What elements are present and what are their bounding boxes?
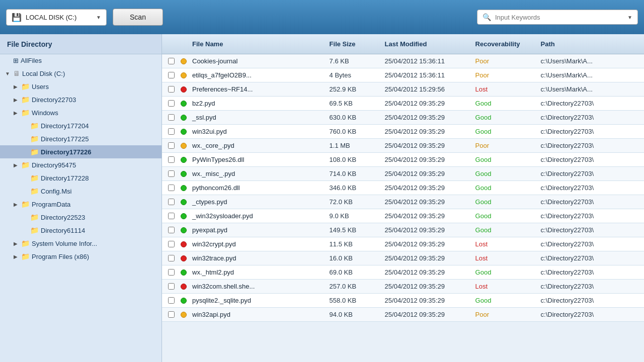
row-filesize: 714.0 KB [327, 170, 382, 177]
status-dot [181, 255, 187, 261]
checkbox-15[interactable] [168, 269, 175, 276]
sidebar-item-dir22523[interactable]: 📁Directory22523 [0, 211, 162, 224]
checkbox-16[interactable] [168, 283, 175, 290]
expand-icon-windows[interactable]: ▶ [12, 110, 19, 116]
row-path: c:\Directory22703\ [538, 128, 642, 135]
row-recovery: Poor [472, 57, 538, 65]
checkbox-5[interactable] [168, 128, 175, 135]
checkbox-7[interactable] [168, 156, 175, 163]
checkbox-0[interactable] [168, 58, 175, 64]
status-dot-container [178, 157, 189, 163]
sidebar-item-dir177228[interactable]: 📁Directory177228 [0, 171, 162, 185]
row-recovery: Good [472, 268, 538, 276]
spacer-dir177228 [21, 175, 28, 181]
sidebar-item-dir22703[interactable]: ▶📁Directory22703 [0, 93, 162, 106]
status-dot-container [178, 298, 189, 304]
table-body: Cookies-journal 7.6 KB 25/04/2012 15:36:… [162, 54, 644, 362]
sidebar-item-localdisk[interactable]: ▼🖥Local Disk (C:) [0, 67, 162, 80]
sidebar-item-dir95475[interactable]: ▶📁Directory95475 [0, 158, 162, 171]
table-row: wx._core_.pyd 1.1 MB 25/04/2012 09:35:29… [162, 139, 644, 153]
tree-label-dir177226: Directory177226 [41, 148, 91, 156]
row-modified: 25/04/2012 09:35:29 [382, 283, 472, 290]
row-modified: 25/04/2012 15:36:11 [382, 71, 472, 79]
col-path-header: Path [538, 40, 642, 48]
row-checkbox[interactable] [164, 241, 178, 247]
row-checkbox[interactable] [164, 227, 178, 233]
sidebar-item-windows[interactable]: ▶📁Windows [0, 106, 162, 119]
row-checkbox[interactable] [164, 114, 178, 121]
search-input[interactable] [495, 14, 623, 21]
tree-label-dir177204: Directory177204 [41, 122, 89, 130]
row-checkbox[interactable] [164, 170, 178, 177]
expand-icon-users[interactable]: ▶ [12, 84, 19, 89]
checkbox-10[interactable] [168, 199, 175, 205]
status-dot [181, 72, 187, 78]
row-checkbox[interactable] [164, 156, 178, 163]
sidebar-item-sysvolinfo[interactable]: ▶📁System Volume Infor... [0, 237, 162, 250]
row-checkbox[interactable] [164, 269, 178, 276]
checkbox-17[interactable] [168, 297, 175, 304]
row-path: c:\Directory22703\ [538, 297, 642, 304]
status-dot [181, 199, 187, 205]
tree-label-programdata: ProgramData [32, 201, 70, 208]
sidebar-item-programdata[interactable]: ▶📁ProgramData [0, 198, 162, 211]
row-checkbox[interactable] [164, 283, 178, 290]
table-row: _ctypes.pyd 72.0 KB 25/04/2012 09:35:29 … [162, 195, 644, 209]
status-dot [181, 143, 187, 149]
row-filesize: 149.5 KB [327, 226, 382, 234]
sidebar-item-users[interactable]: ▶📁Users [0, 80, 162, 93]
disk-selector[interactable]: 💾 LOCAL DISK (C:) ▼ [6, 9, 107, 26]
checkbox-2[interactable] [168, 86, 175, 93]
row-modified: 25/04/2012 09:35:29 [382, 100, 472, 107]
sidebar-item-progfilesx86[interactable]: ▶📁Program Files (x86) [0, 250, 162, 263]
row-checkbox[interactable] [164, 72, 178, 78]
checkbox-9[interactable] [168, 185, 175, 191]
sidebar-item-dir177204[interactable]: 📁Directory177204 [0, 119, 162, 132]
checkbox-8[interactable] [168, 170, 175, 177]
row-checkbox[interactable] [164, 311, 178, 318]
row-checkbox[interactable] [164, 128, 178, 135]
row-path: c:\Directory22703\ [538, 226, 642, 234]
row-checkbox[interactable] [164, 58, 178, 64]
checkbox-14[interactable] [168, 255, 175, 261]
checkbox-11[interactable] [168, 213, 175, 219]
expand-icon-dir22703[interactable]: ▶ [12, 97, 19, 103]
checkbox-13[interactable] [168, 241, 175, 247]
sidebar-item-dir61114[interactable]: 📁Directory61114 [0, 224, 162, 237]
row-checkbox[interactable] [164, 185, 178, 191]
status-dot [181, 129, 187, 135]
expand-icon-sysvolinfo[interactable]: ▶ [12, 241, 19, 246]
scan-button[interactable]: Scan [113, 9, 163, 26]
row-checkbox[interactable] [164, 100, 178, 107]
sidebar-item-allfiles[interactable]: ⊞AllFiles [0, 54, 162, 67]
expand-icon-localdisk[interactable]: ▼ [4, 71, 11, 76]
row-path: c:\Directory22703\ [538, 184, 642, 192]
row-recovery: Poor [472, 71, 538, 79]
folder-icon-sysvolinfo: 📁 [21, 239, 30, 247]
row-checkbox[interactable] [164, 297, 178, 304]
expand-icon-dir95475[interactable]: ▶ [12, 162, 19, 168]
table-row: PyWinTypes26.dll 108.0 KB 25/04/2012 09:… [162, 153, 644, 167]
sidebar-item-dir177225[interactable]: 📁Directory177225 [0, 132, 162, 145]
search-box[interactable]: 🔍 ▼ [477, 10, 638, 25]
row-filesize: 1.1 MB [327, 142, 382, 149]
row-checkbox[interactable] [164, 142, 178, 149]
checkbox-1[interactable] [168, 72, 175, 78]
row-checkbox[interactable] [164, 255, 178, 261]
checkbox-6[interactable] [168, 142, 175, 149]
sidebar-item-dir177226[interactable]: 📁Directory177226 [0, 145, 162, 158]
expand-icon-programdata[interactable]: ▶ [12, 202, 19, 207]
row-filename: win32ui.pyd [189, 128, 327, 135]
row-checkbox[interactable] [164, 199, 178, 205]
checkbox-18[interactable] [168, 311, 175, 318]
expand-icon-progfilesx86[interactable]: ▶ [12, 254, 19, 259]
checkbox-3[interactable] [168, 100, 175, 107]
checkbox-4[interactable] [168, 114, 175, 121]
row-recovery: Good [472, 170, 538, 177]
row-checkbox[interactable] [164, 86, 178, 93]
sidebar-item-configmsi[interactable]: 📁Config.Msi [0, 185, 162, 198]
row-checkbox[interactable] [164, 213, 178, 219]
row-filesize: 11.5 KB [327, 240, 382, 248]
row-modified: 25/04/2012 15:36:11 [382, 57, 472, 65]
checkbox-12[interactable] [168, 227, 175, 233]
